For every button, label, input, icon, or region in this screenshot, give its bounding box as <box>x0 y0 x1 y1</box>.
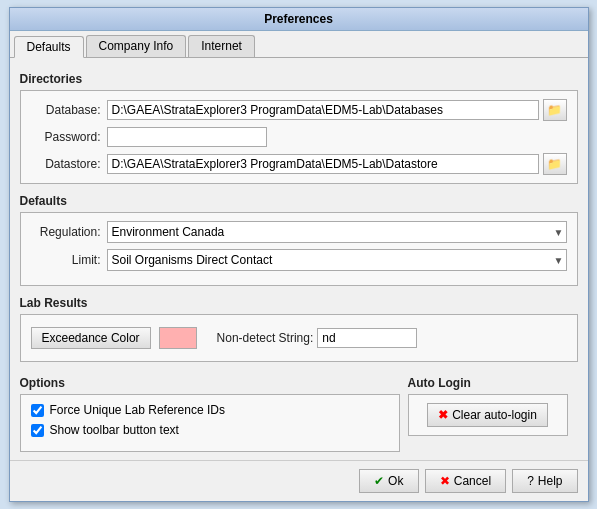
folder-icon-2: 📁 <box>547 157 562 171</box>
checkbox-force-unique: Force Unique Lab Reference IDs <box>31 403 389 417</box>
limit-select[interactable]: Soil Organisms Direct Contact <box>107 249 567 271</box>
preferences-window: Preferences Defaults Company Info Intern… <box>9 7 589 502</box>
force-unique-checkbox[interactable] <box>31 404 44 417</box>
options-section: Force Unique Lab Reference IDs Show tool… <box>20 394 400 452</box>
database-label: Database: <box>31 103 101 117</box>
regulation-dropdown-wrapper: Environment Canada ▼ <box>107 221 567 243</box>
options-container: Options Force Unique Lab Reference IDs S… <box>20 370 400 452</box>
autologin-section-label: Auto Login <box>408 374 578 392</box>
ok-label: Ok <box>388 474 403 488</box>
tab-defaults[interactable]: Defaults <box>14 36 84 58</box>
autologin-section: ✖ Clear auto-login <box>408 394 568 436</box>
tab-content: Directories Database: 📁 Password: Datast… <box>10 58 588 460</box>
show-toolbar-label: Show toolbar button text <box>50 423 179 437</box>
tab-bar: Defaults Company Info Internet <box>10 31 588 58</box>
datastore-label: Datastore: <box>31 157 101 171</box>
defaults-section: Regulation: Environment Canada ▼ Limit: … <box>20 212 578 286</box>
tab-company-info[interactable]: Company Info <box>86 35 187 57</box>
help-button[interactable]: ? Help <box>512 469 577 493</box>
directories-section: Database: 📁 Password: Datastore: 📁 <box>20 90 578 184</box>
clear-autologin-label: Clear auto-login <box>452 408 537 422</box>
exceedence-color-swatch[interactable] <box>159 327 197 349</box>
x-red-icon: ✖ <box>440 474 450 488</box>
tab-internet[interactable]: Internet <box>188 35 255 57</box>
cancel-label: Cancel <box>454 474 491 488</box>
window-title: Preferences <box>264 12 333 26</box>
options-autologin-row: Options Force Unique Lab Reference IDs S… <box>20 370 578 452</box>
limit-label: Limit: <box>31 253 101 267</box>
limit-dropdown-wrapper: Soil Organisms Direct Contact ▼ <box>107 249 567 271</box>
clear-autologin-button[interactable]: ✖ Clear auto-login <box>427 403 548 427</box>
force-unique-label: Force Unique Lab Reference IDs <box>50 403 225 417</box>
exceedence-color-button[interactable]: Exceedance Color <box>31 327 151 349</box>
limit-row: Limit: Soil Organisms Direct Contact ▼ <box>31 249 567 271</box>
lab-results-section-label: Lab Results <box>20 294 578 312</box>
lab-results-row: Exceedance Color Non-detect String: <box>31 323 567 353</box>
footer: ✔ Ok ✖ Cancel ? Help <box>10 460 588 501</box>
regulation-row: Regulation: Environment Canada ▼ <box>31 221 567 243</box>
ok-button[interactable]: ✔ Ok <box>359 469 419 493</box>
database-row: Database: 📁 <box>31 99 567 121</box>
datastore-browse-btn[interactable]: 📁 <box>543 153 567 175</box>
password-label: Password: <box>31 130 101 144</box>
options-section-label: Options <box>20 374 400 392</box>
directories-section-label: Directories <box>20 70 578 88</box>
lab-results-section: Exceedance Color Non-detect String: <box>20 314 578 362</box>
autologin-container: Auto Login ✖ Clear auto-login <box>408 370 578 452</box>
checkmark-icon: ✔ <box>374 474 384 488</box>
checkbox-show-toolbar: Show toolbar button text <box>31 423 389 437</box>
password-input[interactable] <box>107 127 267 147</box>
datastore-row: Datastore: 📁 <box>31 153 567 175</box>
nd-input[interactable] <box>317 328 417 348</box>
question-icon: ? <box>527 474 534 488</box>
folder-icon: 📁 <box>547 103 562 117</box>
cancel-button[interactable]: ✖ Cancel <box>425 469 506 493</box>
password-row: Password: <box>31 127 567 147</box>
nd-label: Non-detect String: <box>217 331 314 345</box>
regulation-label: Regulation: <box>31 225 101 239</box>
show-toolbar-checkbox[interactable] <box>31 424 44 437</box>
regulation-select[interactable]: Environment Canada <box>107 221 567 243</box>
x-icon: ✖ <box>438 408 448 422</box>
help-label: Help <box>538 474 563 488</box>
datastore-input[interactable] <box>107 154 539 174</box>
database-browse-btn[interactable]: 📁 <box>543 99 567 121</box>
database-input[interactable] <box>107 100 539 120</box>
title-bar: Preferences <box>10 8 588 31</box>
defaults-section-label: Defaults <box>20 192 578 210</box>
